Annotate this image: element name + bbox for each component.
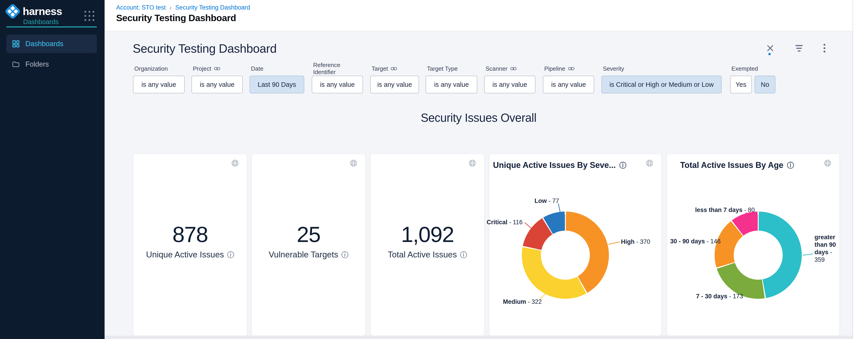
donut-label-greater-90-days: greater than 90 days - 359: [814, 233, 838, 263]
stat-value: 1,092: [371, 222, 484, 247]
donut-label-critical: Critical - 116: [487, 219, 523, 226]
filter-label: Pipeline: [544, 65, 594, 73]
horizontal-scrollbar[interactable]: [104, 336, 852, 339]
info-icon[interactable]: ⓘ: [341, 251, 348, 258]
chart-title: Unique Active Issues By Seve... ⓘ: [493, 161, 626, 170]
breadcrumb-separator: ›: [169, 4, 172, 11]
apps-grid-icon[interactable]: [84, 11, 95, 21]
info-icon[interactable]: ⓘ: [460, 251, 467, 258]
breadcrumb-account-link[interactable]: Account: STO test: [116, 4, 166, 11]
brand-underline: [6, 26, 97, 28]
donut-hole: [734, 231, 783, 280]
filter-scanner: Scanner is any value: [484, 65, 535, 93]
callout-line: [558, 203, 561, 213]
donut-hole: [541, 231, 590, 280]
donut-chart-severity[interactable]: [522, 211, 609, 299]
folder-icon: [12, 60, 20, 68]
dashboard-icon: [12, 40, 20, 48]
sidebar-item-folders[interactable]: Folders: [6, 57, 97, 72]
info-icon[interactable]: ⓘ: [227, 251, 234, 258]
filter-label: Scanner: [486, 65, 535, 73]
filter-target: Target is any value: [370, 65, 419, 93]
filter-pipeline-value[interactable]: is any value: [543, 76, 594, 93]
globe-icon[interactable]: [646, 159, 654, 167]
filter-label: Organization: [134, 65, 185, 73]
kebab-menu-icon[interactable]: [824, 44, 825, 53]
link-icon: [510, 66, 517, 71]
filter-label: Date: [251, 65, 304, 73]
filter-severity-value[interactable]: is Critical or High or Medium or Low: [601, 76, 722, 93]
link-icon: [391, 66, 397, 71]
donut-label-7-30-days: 7 - 30 days - 173: [696, 293, 743, 300]
page-title: Security Testing Dashboard: [116, 13, 236, 23]
tile-total-active-issues-by-age: Total Active Issues By Age ⓘ greater tha…: [667, 154, 839, 336]
donut-label-less-than-7-days: less than 7 days - 80: [695, 206, 755, 214]
dashboard-actions: [766, 44, 825, 53]
filter-label: Target: [372, 65, 419, 73]
brand: harness Dashboards: [6, 4, 98, 26]
donut-label-30-90-days: 30 - 90 days - 146: [670, 238, 720, 245]
sidebar-item-label: Dashboards: [25, 40, 63, 48]
filter-label: Project: [193, 65, 243, 73]
filter-label: Severity: [603, 65, 722, 73]
link-icon: [568, 66, 575, 71]
dashboard-panel: Security Testing Dashboard Organization …: [104, 31, 852, 339]
globe-icon[interactable]: [349, 159, 358, 167]
exempted-toggle: Yes No: [730, 76, 775, 93]
globe-icon[interactable]: [468, 159, 476, 167]
exempted-yes-button[interactable]: Yes: [730, 76, 752, 93]
exempted-no-button[interactable]: No: [754, 76, 775, 93]
brand-name: harness: [23, 5, 62, 18]
filter-reference-identifier: Reference Identifier is any value: [312, 65, 363, 93]
filter-project-value[interactable]: is any value: [191, 76, 243, 93]
filter-scanner-value[interactable]: is any value: [484, 76, 535, 93]
filter-organization-value[interactable]: is any value: [133, 76, 185, 93]
vertical-scrollbar-gutter[interactable]: [852, 0, 868, 339]
filter-severity: Severity is Critical or High or Medium o…: [601, 65, 722, 93]
filter-date: Date Last 90 Days: [250, 65, 304, 93]
filter-exempted: Exempted Yes No: [730, 65, 775, 93]
sidebar: harness Dashboards Dashboards Folders: [0, 0, 104, 339]
filter-target-type-value[interactable]: is any value: [426, 76, 477, 93]
filter-label: Reference Identifier: [313, 65, 363, 73]
tile-unique-active-issues: 878 Unique Active Issues ⓘ: [133, 154, 247, 336]
stat-label: Total Active Issues ⓘ: [371, 250, 484, 259]
filter-date-value[interactable]: Last 90 Days: [250, 76, 304, 93]
globe-icon[interactable]: [231, 159, 239, 167]
donut-label-high: High - 370: [621, 238, 650, 246]
info-icon[interactable]: ⓘ: [787, 162, 794, 169]
link-icon: [214, 66, 220, 71]
section-title: Security Issues Overall: [104, 111, 852, 124]
globe-icon[interactable]: [824, 159, 832, 167]
callout-line: [803, 254, 813, 256]
filter-pipeline: Pipeline is any value: [543, 65, 594, 93]
info-icon[interactable]: ⓘ: [619, 162, 626, 169]
harness-logo-icon[interactable]: [4, 3, 21, 20]
tile-vulnerable-targets: 25 Vulnerable Targets ⓘ: [252, 154, 365, 336]
top-header: Account: STO test › Security Testing Das…: [104, 0, 852, 31]
sidebar-item-dashboards[interactable]: Dashboards: [6, 34, 97, 53]
callout-line: [608, 242, 620, 245]
filters-active-indicator: [768, 53, 771, 55]
stat: 878 Unique Active Issues ⓘ: [133, 222, 247, 259]
filter-icon[interactable]: [796, 45, 803, 52]
filter-target-type: Target Type is any value: [426, 65, 477, 93]
app: harness Dashboards Dashboards Folders Ac…: [0, 0, 868, 339]
filter-label: Exempted: [732, 65, 775, 73]
close-icon[interactable]: [766, 44, 775, 53]
stat: 25 Vulnerable Targets ⓘ: [252, 222, 365, 259]
stat-label: Vulnerable Targets ⓘ: [252, 250, 365, 259]
tile-total-active-issues: 1,092 Total Active Issues ⓘ: [371, 154, 484, 336]
filter-label: Target Type: [427, 65, 477, 73]
stat: 1,092 Total Active Issues ⓘ: [371, 222, 484, 259]
filter-project: Project is any value: [191, 65, 243, 93]
breadcrumb-dashboard-link[interactable]: Security Testing Dashboard: [175, 4, 250, 11]
filter-target-value[interactable]: is any value: [370, 76, 419, 93]
breadcrumb: Account: STO test › Security Testing Das…: [116, 4, 250, 11]
filter-reference-identifier-value[interactable]: is any value: [312, 76, 363, 93]
callout-line: [525, 222, 532, 229]
donut-chart-age[interactable]: [715, 211, 802, 299]
filter-organization: Organization is any value: [133, 65, 185, 93]
donut-label-low: Low - 77: [534, 197, 559, 205]
stat-value: 25: [252, 222, 365, 247]
